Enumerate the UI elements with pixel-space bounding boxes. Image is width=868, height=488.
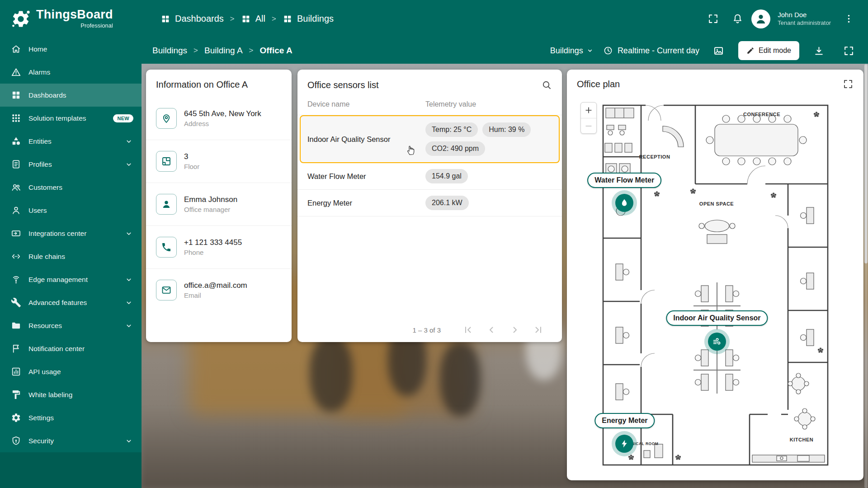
table-row-indoor-air-quality-sensor[interactable]: Indoor Air Quality Sensor Temp: 25 °C Hu… <box>300 115 560 163</box>
state-buildings[interactable]: Buildings <box>152 46 187 56</box>
sidebar-item-edge-management[interactable]: Edge management <box>0 268 142 291</box>
profiles-icon <box>11 159 21 169</box>
sidebar: ThingsBoard Professional Home Alarms Das… <box>0 0 142 488</box>
sidebar-item-customers[interactable]: Customers <box>0 176 142 199</box>
chevron-down-icon <box>586 47 594 55</box>
plan-label-energy-meter[interactable]: Energy Meter <box>594 413 655 428</box>
content-scrollbar[interactable] <box>864 64 868 488</box>
shield-icon <box>11 436 21 446</box>
table-row-water-flow-meter[interactable]: Water Flow Meter 154.9 gal <box>297 163 562 190</box>
user-menu-button[interactable] <box>838 9 859 29</box>
breadcrumb-separator: > <box>249 46 254 55</box>
export-dashboard-button[interactable] <box>808 40 829 61</box>
room-label-kitchen: KITCHEN <box>790 437 813 442</box>
sidebar-item-solution-templates[interactable]: Solution templates NEW <box>0 107 142 130</box>
edit-mode-button[interactable]: Edit mode <box>738 41 799 60</box>
app-logo[interactable]: ThingsBoard Professional <box>0 0 142 38</box>
previous-page-icon[interactable] <box>486 324 497 335</box>
fullscreen-button[interactable] <box>703 9 723 29</box>
sidebar-item-users[interactable]: Users <box>0 199 142 222</box>
floor-value: 3 <box>184 152 199 161</box>
sidebar-item-entities[interactable]: Entities <box>0 130 142 153</box>
sidebar-item-security[interactable]: Security <box>0 429 142 452</box>
toolbar-actions: Buildings Realtime - Current day Edit mo… <box>550 40 859 61</box>
topbar-actions: John Doe Tenant administrator <box>703 9 859 29</box>
sidebar-item-home[interactable]: Home <box>0 38 142 61</box>
background-image-button[interactable] <box>708 40 729 61</box>
info-row-email: office.a@mail.com Email <box>146 269 292 311</box>
person-icon <box>161 199 172 210</box>
office-plan-card: Office plan <box>567 70 863 480</box>
sidebar-item-resources[interactable]: Resources <box>0 314 142 337</box>
breadcrumb-all[interactable]: All <box>241 14 265 24</box>
chevron-down-icon <box>124 229 133 238</box>
dashboards-icon <box>160 14 170 24</box>
info-card-office-a: Information on Office A 645 5th Ave, New… <box>146 70 292 342</box>
entity-select-dropdown[interactable]: Buildings <box>550 46 594 56</box>
room-label-conference: CONFERENCE <box>743 112 780 117</box>
customers-icon <box>11 182 21 192</box>
state-building-a[interactable]: Building A <box>204 46 243 56</box>
marker-circle <box>708 333 726 351</box>
next-page-icon[interactable] <box>509 324 520 335</box>
sidebar-item-label: Dashboards <box>28 91 133 99</box>
breadcrumb-dashboards[interactable]: Dashboards <box>160 14 224 24</box>
search-icon[interactable] <box>541 80 552 90</box>
floor-label: Floor <box>184 163 199 170</box>
telemetry-chip-energy: 206.1 kW <box>425 196 469 210</box>
manager-value: Emma Johnson <box>184 195 237 204</box>
breadcrumb-label: All <box>255 14 265 24</box>
email-label: Email <box>184 291 247 299</box>
sidebar-item-dashboards[interactable]: Dashboards <box>0 84 142 107</box>
chevron-down-icon <box>124 160 133 169</box>
zoom-out-button[interactable] <box>581 118 596 133</box>
folder-icon <box>11 320 21 331</box>
first-page-icon[interactable] <box>462 324 473 335</box>
sidebar-item-white-labeling[interactable]: White labeling <box>0 383 142 406</box>
plan-card-title: Office plan <box>577 79 620 89</box>
breadcrumb-buildings[interactable]: Buildings <box>283 14 334 24</box>
sidebar-item-profiles[interactable]: Profiles <box>0 153 142 176</box>
main-area: Dashboards > All > Buildings <box>142 0 868 488</box>
info-row-manager: Emma Johnson Office manager <box>146 183 292 226</box>
chevron-down-icon <box>124 275 133 284</box>
sidebar-item-integrations-center[interactable]: Integrations center <box>0 222 142 245</box>
sidebar-item-settings[interactable]: Settings <box>0 406 142 429</box>
timewindow-button[interactable]: Realtime - Current day <box>603 46 699 56</box>
floor-iconbox <box>156 151 177 172</box>
state-office-a: Office A <box>260 46 292 56</box>
sidebar-item-notification-center[interactable]: Notification center <box>0 337 142 360</box>
info-card-title: Information on Office A <box>156 80 282 90</box>
plan-label-indoor-air-quality-sensor[interactable]: Indoor Air Quality Sensor <box>666 310 768 326</box>
user-avatar[interactable] <box>751 9 770 28</box>
lightning-bolt-icon <box>619 439 629 449</box>
notifications-button[interactable] <box>727 9 748 29</box>
energy-meter-marker[interactable] <box>612 431 637 456</box>
sidebar-item-api-usage[interactable]: API usage <box>0 360 142 383</box>
breadcrumb-separator: > <box>272 14 276 23</box>
dashboard-fullscreen-button[interactable] <box>838 40 859 61</box>
sidebar-item-label: Notification center <box>28 345 133 353</box>
plan-label-water-flow-meter[interactable]: Water Flow Meter <box>587 173 661 188</box>
water-drop-icon <box>619 198 629 208</box>
sidebar-item-label: Settings <box>28 414 133 422</box>
zoom-in-button[interactable] <box>581 103 596 118</box>
sidebar-item-alarms[interactable]: Alarms <box>0 61 142 84</box>
app-edition: Professional <box>36 22 113 29</box>
last-page-icon[interactable] <box>533 324 544 335</box>
table-row-energy-meter[interactable]: Energy Meter 206.1 kW <box>297 190 562 216</box>
chevron-down-icon <box>124 137 133 146</box>
sidebar-item-advanced-features[interactable]: Advanced features <box>0 291 142 314</box>
device-name: Energy Meter <box>307 199 425 207</box>
sidebar-item-label: Home <box>28 45 133 53</box>
dashboards-icon <box>241 14 251 24</box>
water-flow-meter-marker[interactable] <box>612 190 637 216</box>
sidebar-item-label: Resources <box>28 322 117 330</box>
indoor-air-quality-marker[interactable] <box>704 329 730 354</box>
fullscreen-icon[interactable] <box>843 79 854 89</box>
telemetry-chip-temp: Temp: 25 °C <box>425 122 478 137</box>
scrollbar-thumb[interactable] <box>864 65 868 263</box>
breadcrumb-separator: > <box>193 46 198 55</box>
sidebar-item-label: Integrations center <box>28 230 117 238</box>
sidebar-item-rule-chains[interactable]: Rule chains <box>0 245 142 268</box>
